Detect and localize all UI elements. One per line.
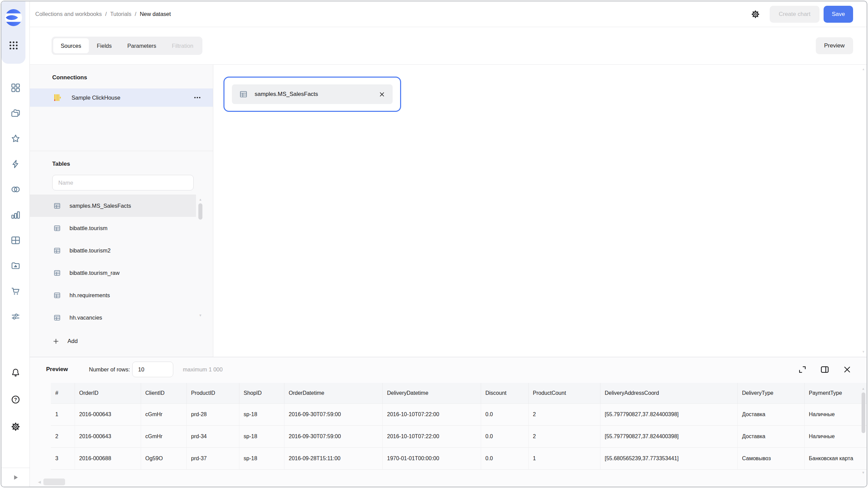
sidebar-bottom-nav: ? [11,367,21,432]
connection-item-sample-clickhouse[interactable]: Sample ClickHouse [30,88,213,107]
widgets-icon[interactable] [11,83,21,93]
expand-sidebar-icon[interactable] [11,473,20,482]
add-table-button[interactable]: Add [30,332,78,350]
header-actions: Create chart Save [751,6,853,23]
table-list-item[interactable]: hh.vacancies [30,306,196,329]
sidebar-footer [1,468,29,487]
breadcrumb-tutorials[interactable]: Tutorials [110,11,132,17]
preview-header-row: #OrderIDClientIDProductIDShopIDOrderDate… [51,383,867,403]
selected-source-container[interactable]: samples.MS_SalesFacts [223,77,401,112]
table-cell: cGmHr [141,425,186,447]
column-header: ShopID [239,383,284,403]
table-list-item[interactable]: bibattle.tourism [30,217,196,239]
table-search-input[interactable] [52,175,194,190]
svg-text:?: ? [14,397,17,402]
tables-scrollbar: ▲ ▼ [198,198,203,327]
favorites-icon[interactable] [11,134,21,144]
datalens-logo-icon[interactable] [5,9,22,26]
remove-source-icon[interactable] [379,91,385,98]
table-icon [54,314,61,321]
tab-sources[interactable]: Sources [53,38,89,53]
breadcrumb-current: New dataset [140,11,171,17]
dataset-settings-gear-icon[interactable] [751,9,760,19]
table-cell: 1970-01-01T00:00:00 [382,447,481,469]
storage-icon[interactable] [11,261,21,271]
table-cell: Банковская карта [804,447,867,469]
table-icon [54,225,61,232]
vscrollbar-thumb[interactable] [862,392,865,433]
table-name: samples.MS_SalesFacts [70,203,131,209]
rows-count-label: Number of rows: [89,366,130,373]
table-cell: 0.0 [481,403,528,425]
table-name: hh.vacancies [70,314,102,321]
services-icon[interactable] [11,311,21,322]
sidebar: ? [1,1,30,487]
connections-icon[interactable] [11,159,21,169]
scroll-down-icon[interactable]: ▼ [862,471,865,474]
dashboards-icon[interactable] [11,235,21,245]
rows-count-input[interactable] [132,362,173,377]
table-name: bibattle.tourism [70,225,107,231]
table-cell: Доставка [737,425,804,447]
table-list-item[interactable]: bibattle.tourism_raw [30,262,196,284]
clickhouse-icon [54,93,62,102]
preview-title: Preview [46,366,68,373]
breadcrumb-collections[interactable]: Collections and workbooks [35,11,102,17]
tab-filtration: Filtration [164,38,201,53]
table-row: 32016-000688Og59Oprd-37sp-182016-09-28T1… [51,447,867,469]
scroll-up-icon[interactable]: ▲ [199,198,202,201]
canvas-scroll-down-icon[interactable]: ▼ [862,350,865,353]
preview-toolbar: Preview Number of rows: maximum 1 000 [30,357,867,382]
preview-toggle-button[interactable]: Preview [816,37,853,54]
table-cell: Доставка [737,403,804,425]
table-list-item[interactable]: hh.requirements [30,284,196,306]
source-chip[interactable]: samples.MS_SalesFacts [232,84,393,104]
table-cell: Самовывоз [737,447,804,469]
save-button[interactable]: Save [824,6,853,23]
table-cell: 1 [528,447,600,469]
table-cell: 0.0 [481,447,528,469]
connections-title: Connections [52,74,213,81]
split-view-icon[interactable] [820,365,829,374]
table-icon [54,269,61,277]
table-row: 22016-000643cGmHrprd-34sp-182016-09-30T0… [51,425,867,447]
table-cell: 3 [51,447,75,469]
marketplace-icon[interactable] [11,286,21,296]
table-list-item[interactable]: samples.MS_SalesFacts [30,195,196,217]
create-chart-button[interactable]: Create chart [770,6,820,23]
apps-grid-icon[interactable] [8,40,19,51]
charts-icon[interactable] [11,210,21,220]
sources-canvas: samples.MS_SalesFacts ▲ ▼ [213,65,867,357]
datasets-icon[interactable] [11,184,21,195]
column-header: ProductCount [528,383,600,403]
help-icon[interactable]: ? [11,394,21,405]
column-header: DeliveryDatetime [382,383,481,403]
tab-fields[interactable]: Fields [90,38,119,53]
scroll-up-icon[interactable]: ▲ [862,387,865,390]
main-area: Collections and workbooks / Tutorials / … [30,1,867,487]
app-window: ? [1,1,867,487]
table-list-item[interactable]: bibattle.tourism2 [30,239,196,262]
scrollbar-thumb[interactable] [198,203,202,220]
connection-more-menu-icon[interactable] [193,94,201,102]
table-name: bibattle.tourism2 [70,247,111,254]
hscrollbar-thumb[interactable] [43,479,65,485]
table-icon [54,202,61,209]
collections-icon[interactable] [11,108,21,118]
settings-icon[interactable] [11,422,21,432]
scroll-down-icon[interactable]: ▼ [199,314,202,317]
notifications-icon[interactable] [11,367,21,378]
add-label: Add [67,338,78,345]
tab-parameters[interactable]: Parameters [120,38,164,53]
column-header: ProductID [186,383,239,403]
table-name: hh.requirements [70,292,110,299]
table-cell: 0.0 [481,425,528,447]
plus-icon [52,338,60,345]
canvas-scroll-up-icon[interactable]: ▲ [862,67,865,71]
rows-max-hint: maximum 1 000 [183,366,222,373]
close-preview-icon[interactable] [843,365,852,374]
preview-vscrollbar: ▲ ▼ [861,387,866,474]
expand-preview-icon[interactable] [798,365,807,374]
scroll-left-icon[interactable]: ◀ [38,480,41,484]
preview-panel: Preview Number of rows: maximum 1 000 [30,357,867,487]
